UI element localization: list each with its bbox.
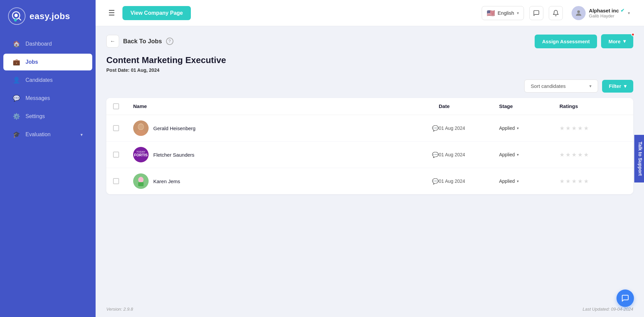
sidebar-nav: 🏠 Dashboard 💼 Jobs 👤 Candidates 💬 Messag…: [0, 32, 96, 146]
sidebar-item-dashboard[interactable]: 🏠 Dashboard: [3, 36, 92, 52]
sidebar-label-dashboard: Dashboard: [25, 41, 52, 47]
stage-chevron-icon-2: ▾: [517, 153, 519, 157]
date-cell-1: 01 Aug 2024: [439, 125, 499, 131]
user-chevron-icon: ▾: [628, 11, 630, 15]
candidate-cell-3: Karen Jems 💬: [133, 173, 439, 189]
table-header: Name Date Stage Ratings: [106, 98, 633, 115]
user-area[interactable]: Alphaset inc ✔ Galib Hayder ▾: [568, 4, 633, 22]
star-2-2[interactable]: ★: [566, 151, 571, 158]
svg-point-3: [14, 19, 17, 21]
stage-cell-2[interactable]: Applied ▾: [499, 152, 559, 157]
ratings-cell-3[interactable]: ★ ★ ★ ★ ★: [559, 178, 627, 185]
language-label: English: [498, 10, 514, 16]
star-2-3[interactable]: ★: [572, 151, 577, 158]
star-3-3[interactable]: ★: [572, 178, 577, 185]
select-all-checkbox[interactable]: [113, 103, 119, 109]
row1-checkbox[interactable]: [113, 125, 119, 131]
avatar-karen: [133, 173, 149, 189]
star-1-3[interactable]: ★: [572, 125, 577, 132]
sidebar-logo: easy.jobs: [0, 0, 96, 32]
th-ratings: Ratings: [559, 103, 627, 109]
svg-point-1: [14, 14, 18, 17]
job-title: Content Marketing Executive Post Date: 0…: [106, 55, 633, 73]
candidates-table: Name Date Stage Ratings: [106, 98, 633, 194]
table-row[interactable]: Gerald Heisenberg 💬 01 Aug 2024 Applied …: [106, 115, 633, 142]
star-2-5[interactable]: ★: [584, 151, 589, 158]
filter-button[interactable]: Filter ▾: [602, 80, 633, 93]
th-stage: Stage: [499, 103, 559, 109]
briefcase-icon: 💼: [13, 58, 20, 66]
table-row[interactable]: Karen Jems 💬 01 Aug 2024 Applied ▾ ★ ★ ★…: [106, 168, 633, 194]
star-2-4[interactable]: ★: [578, 151, 583, 158]
chat-icon-3[interactable]: 💬: [432, 178, 439, 184]
ratings-cell-1[interactable]: ★ ★ ★ ★ ★: [559, 125, 627, 132]
ratings-cell-2[interactable]: ★ ★ ★ ★ ★: [559, 151, 627, 158]
star-1-2[interactable]: ★: [566, 125, 571, 132]
back-bar: ← Back To Jobs ? Assign Assessment More …: [106, 34, 633, 48]
stage-cell-3[interactable]: Applied ▾: [499, 178, 559, 184]
row3-checkbox[interactable]: [113, 178, 119, 184]
avatar-fletcher: FORTIS TODAY: [133, 147, 149, 162]
candidate-name-3: Karen Jems: [153, 178, 180, 184]
stage-chevron-icon-3: ▾: [517, 179, 519, 183]
sort-chevron-icon: ▾: [589, 84, 592, 89]
post-date: Post Date: 01 Aug, 2024: [106, 67, 633, 73]
sidebar-label-candidates: Candidates: [25, 77, 53, 83]
more-button[interactable]: More ▾: [601, 34, 633, 48]
version-text: Version: 2.9.8: [106, 307, 133, 312]
sidebar-item-settings[interactable]: ⚙️ Settings: [3, 108, 92, 125]
lang-chevron-icon: ▾: [517, 11, 519, 15]
candidate-cell-1: Gerald Heisenberg 💬: [133, 120, 439, 136]
help-icon[interactable]: ?: [166, 38, 173, 45]
chat-icon-2[interactable]: 💬: [432, 152, 439, 158]
chat-bubble-button[interactable]: [616, 289, 634, 307]
star-1-5[interactable]: ★: [584, 125, 589, 132]
svg-point-8: [138, 124, 144, 129]
view-company-button[interactable]: View Company Page: [122, 6, 191, 20]
messages-icon-btn[interactable]: [529, 6, 543, 20]
sort-label: Sort candidates: [531, 83, 566, 89]
flag-icon: 🇺🇸: [487, 9, 495, 17]
back-button[interactable]: ←: [106, 35, 119, 48]
svg-point-4: [577, 10, 580, 13]
svg-line-2: [19, 18, 21, 20]
logo-icon: [8, 7, 25, 25]
star-3-4[interactable]: ★: [578, 178, 583, 185]
stage-cell-1[interactable]: Applied ▾: [499, 125, 559, 131]
talk-to-support-tab[interactable]: Talk to Support: [634, 135, 644, 182]
language-selector[interactable]: 🇺🇸 English ▾: [482, 6, 524, 20]
date-cell-2: 01 Aug 2024: [439, 152, 499, 157]
th-date: Date: [439, 103, 499, 109]
row3-checkbox-cell: [113, 178, 133, 184]
sort-candidates-select[interactable]: Sort candidates ▾: [524, 80, 598, 93]
hamburger-button[interactable]: ☰: [106, 7, 117, 19]
topbar: ☰ View Company Page 🇺🇸 English ▾: [96, 0, 644, 26]
sidebar-label-jobs: Jobs: [25, 59, 38, 65]
row2-checkbox[interactable]: [113, 152, 119, 158]
svg-text:FORTIS: FORTIS: [134, 153, 148, 157]
chat-icon-1[interactable]: 💬: [432, 125, 439, 131]
sidebar-label-evaluation: Evaluation: [25, 131, 51, 138]
avatar: [572, 6, 586, 20]
sidebar-item-evaluation[interactable]: 🎓 Evaluation ▾: [3, 126, 92, 143]
back-label: Back To Jobs: [123, 38, 162, 45]
star-1-1[interactable]: ★: [559, 125, 565, 132]
sidebar-item-jobs[interactable]: 💼 Jobs: [3, 54, 92, 70]
star-2-1[interactable]: ★: [559, 151, 565, 158]
svg-text:TODAY: TODAY: [137, 150, 146, 153]
star-3-5[interactable]: ★: [584, 178, 589, 185]
page-footer: Version: 2.9.8 Last Updated: 09-04-2024: [96, 301, 644, 317]
sidebar-item-messages[interactable]: 💬 Messages: [3, 90, 92, 107]
star-1-4[interactable]: ★: [578, 125, 583, 132]
table-row[interactable]: FORTIS TODAY Fletcher Saunders 💬 01 Aug …: [106, 142, 633, 168]
candidate-name-1: Gerald Heisenberg: [153, 125, 196, 131]
notifications-icon-btn[interactable]: [549, 6, 563, 20]
star-3-2[interactable]: ★: [566, 178, 571, 185]
sidebar-label-settings: Settings: [25, 113, 45, 119]
assign-assessment-button[interactable]: Assign Assessment: [535, 35, 597, 48]
star-3-1[interactable]: ★: [559, 178, 565, 185]
sidebar-item-candidates[interactable]: 👤 Candidates: [3, 72, 92, 89]
page-content: ← Back To Jobs ? Assign Assessment More …: [96, 26, 644, 301]
main-content: ☰ View Company Page 🇺🇸 English ▾: [96, 0, 644, 317]
person-icon: 👤: [13, 76, 20, 84]
